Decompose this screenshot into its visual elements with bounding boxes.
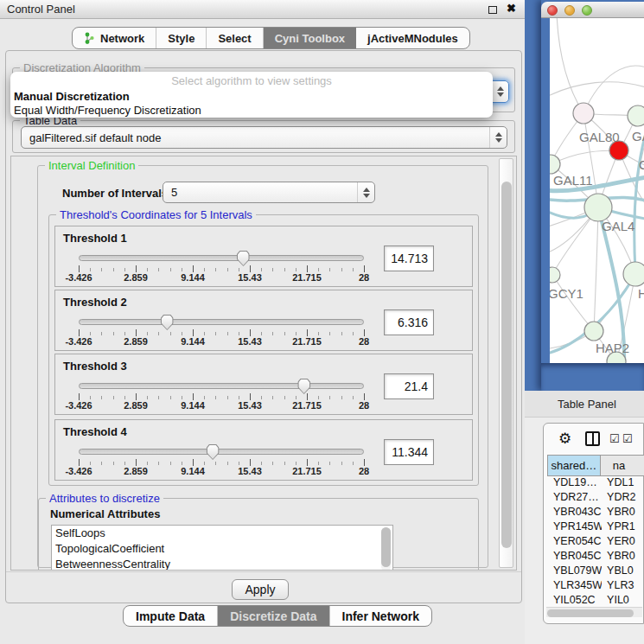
table-cell[interactable]: YIL052C [547,594,602,603]
tab-infer-network[interactable]: Infer Network [330,606,431,626]
network-node-label: GCY1 [550,286,583,301]
checkbox-icon[interactable]: ☑ [609,432,620,445]
slider-tick-label: 28 [359,336,369,347]
slider-track[interactable] [79,383,364,389]
table-cell[interactable]: YER054C [547,535,602,550]
attribute-item[interactable]: TopologicalCoefficient [52,541,392,557]
slider-tick [182,268,182,271]
slider-tick [307,393,308,400]
threshold-value-field[interactable]: 21.4 [384,373,434,399]
table-cell[interactable]: YBL0 [602,564,644,579]
slider-track[interactable] [79,449,364,455]
slider-tick [101,396,102,399]
threshold-value-field[interactable]: 14.713 [384,245,434,271]
table-cell[interactable]: YDR27… [547,491,602,506]
table-cell[interactable]: YBL079W [547,564,602,579]
threshold-value-field[interactable]: 6.316 [384,309,434,335]
table-cell[interactable]: YLR345W [547,579,602,594]
apply-button[interactable]: Apply [232,579,289,600]
attribute-item[interactable]: SelfLoops [52,526,392,541]
tab-cyni-toolbox[interactable]: Cyni Toolbox [264,28,356,48]
table-cell[interactable]: YPR1 [602,520,644,535]
table-header-row: shared… na [547,455,644,476]
tab-network[interactable]: Network [73,28,156,48]
table-cell[interactable]: YPR145W [547,520,602,535]
table-horizontal-scrollbar[interactable] [546,607,642,617]
threshold-slider[interactable] [79,449,364,456]
float-window-icon[interactable] [488,6,497,14]
table-scrollbar-thumb[interactable] [547,609,634,617]
table-cell[interactable]: YBR0 [602,550,644,564]
slider-track[interactable] [79,319,364,325]
close-icon[interactable]: ✖ [507,2,516,15]
checkbox-icon[interactable]: ☑ [622,432,633,445]
threshold-slider[interactable] [79,319,364,326]
minimize-traffic-light-icon[interactable] [564,5,575,16]
table-row[interactable]: YIL052CYIL0 [547,594,644,603]
slider-tick [239,332,239,335]
dropdown-option-manual[interactable]: Manual Discretization [10,89,493,103]
slider-tick [307,459,308,466]
table-row[interactable]: YBR045CYBR0 [547,550,644,564]
tab-jactivemnodules[interactable]: jActiveMNodules [356,28,469,48]
table-row[interactable]: YDL19…YDL1 [547,476,644,491]
threshold-label: Threshold 2 [63,296,127,309]
combo-stepper-icon[interactable] [357,182,374,202]
attribute-item[interactable]: BetweennessCentrality [52,557,392,571]
gear-icon[interactable]: ⚙ [558,430,571,448]
column-header-name[interactable]: na [601,455,644,476]
table-row[interactable]: YDR27…YDR2 [547,491,644,506]
table-cell[interactable]: YER0 [602,535,644,550]
table-row[interactable]: YBR043CYBR0 [547,506,644,520]
threshold-value-field[interactable]: 11.344 [384,439,434,465]
dropdown-option-equal-width[interactable]: Equal Width/Frequency Discretization [10,103,493,117]
tab-discretize-data[interactable]: Discretize Data [218,606,329,626]
slider-tick-label: 21.715 [292,336,322,347]
slider-handle[interactable] [207,444,220,460]
list-scrollbar[interactable] [381,527,391,571]
threshold-slider[interactable] [79,255,364,262]
table-data-combobox[interactable]: galFiltered.sif default node [21,126,507,149]
panel-scrollbar-thumb[interactable] [501,182,512,548]
slider-tick [261,332,262,335]
table-cell[interactable]: YBR0 [602,506,644,520]
table-cell[interactable]: YBR045C [547,550,602,564]
slider-tick [296,332,296,335]
combo-stepper-icon[interactable] [489,127,507,148]
threshold-slider[interactable] [79,383,364,390]
slider-tick [239,268,239,271]
slider-handle[interactable] [297,379,310,394]
table-row[interactable]: YLR345WYLR3 [547,579,644,594]
slider-track[interactable] [79,255,364,261]
tab-impute-data[interactable]: Impute Data [124,606,218,626]
slider-tick [215,462,216,465]
slider-tick [329,462,330,465]
zoom-traffic-light-icon[interactable] [582,5,592,16]
table-cell[interactable]: YDR2 [602,491,644,506]
slider-tick [329,268,330,271]
table-cell[interactable]: YDL1 [602,476,644,491]
table-cell[interactable]: YBR043C [547,506,602,520]
numerical-attributes-list[interactable]: SelfLoopsTopologicalCoefficientBetweenne… [51,525,393,571]
table-cell[interactable]: YDL19… [547,476,602,491]
slider-handle[interactable] [237,251,250,266]
table-cell[interactable]: YLR3 [602,579,644,594]
table-row[interactable]: YER054CYER0 [547,535,644,550]
slider-tick [284,462,285,465]
network-canvas[interactable]: GAL80GACGAL11GAL4GCY1HHAP2 [550,18,644,363]
tab-style[interactable]: Style [156,28,207,48]
table-row[interactable]: YPR145WYPR1 [547,520,644,535]
split-view-icon[interactable] [585,431,600,446]
tab-select[interactable]: Select [207,28,263,48]
table-panel-region: Table Panel ⚙ ☑ ☑ shared… na YDL19…YDL1Y… [525,391,644,644]
slider-handle[interactable] [161,315,174,330]
number-of-intervals-combobox[interactable]: 5 [163,182,375,203]
network-view-region: GAL80GACGAL11GAL4GCY1HHAP2 [525,0,644,391]
combo-stepper-icon[interactable] [491,81,508,102]
list-scrollbar-thumb[interactable] [381,527,391,567]
close-traffic-light-icon[interactable] [547,5,558,16]
column-header-shared-name[interactable]: shared… [547,455,601,476]
table-row[interactable]: YBL079WYBL0 [547,564,644,579]
panel-scrollbar[interactable] [499,158,513,568]
table-cell[interactable]: YIL0 [602,594,644,603]
